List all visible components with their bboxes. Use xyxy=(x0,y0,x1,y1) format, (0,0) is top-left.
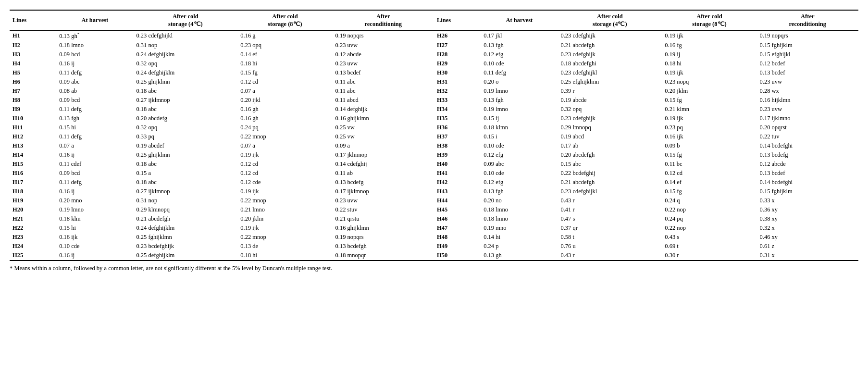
data-cell: 0.22 mnop xyxy=(237,132,332,141)
data-cell: 0.31 nop xyxy=(133,196,237,205)
line-id-cell: H38 xyxy=(434,141,481,150)
line-id-cell: H37 xyxy=(434,132,481,141)
data-cell: 0.21 klmn xyxy=(662,105,756,114)
data-cell: 0.09 abc xyxy=(56,77,133,87)
data-cell: 0.13 fgh xyxy=(481,41,558,50)
data-cell: 0.16 ij xyxy=(56,150,133,160)
data-cell: 0.23 cdefghijkl xyxy=(133,30,237,41)
data-cell: 0.13 bcdef xyxy=(333,68,434,77)
data-cell: 0.19 ijk xyxy=(237,224,332,233)
data-cell: 0.23 cdefghijk xyxy=(558,114,662,123)
data-cell: 0.12 efg xyxy=(481,150,558,160)
data-cell: 0.11 defg xyxy=(56,178,133,187)
data-cell: 0.15 i xyxy=(481,132,558,141)
line-id-cell: H35 xyxy=(434,114,481,123)
col-header-at-harvest-2: At harvest xyxy=(481,10,558,30)
line-id-cell: H34 xyxy=(434,105,481,114)
data-cell: 0.46 xy xyxy=(757,233,858,242)
table-row: H100.13 fgh0.20 abcdefg0.16 gh0.16 ghijk… xyxy=(10,114,858,123)
data-cell: 0.09 bcd xyxy=(56,96,133,105)
data-cell: 0.08 ab xyxy=(56,87,133,96)
data-cell: 0.22 mnop xyxy=(237,196,332,205)
data-cell: 0.12 abcde xyxy=(333,50,434,59)
data-cell: 0.10 cde xyxy=(481,141,558,150)
data-cell: 0.13 fgh xyxy=(481,96,558,105)
data-cell: 0.19 abcdef xyxy=(133,141,237,150)
data-cell: 0.12 efg xyxy=(481,178,558,187)
data-cell: 0.16 ijk xyxy=(662,132,756,141)
data-cell: 0.17 jklmnop xyxy=(333,150,434,160)
col-header-cold-8-2: After coldstorage (8℃) xyxy=(662,10,756,30)
data-cell: 0.41 r xyxy=(558,205,662,214)
line-id-cell: H9 xyxy=(10,105,56,114)
data-cell: 0.61 z xyxy=(757,242,858,251)
table-row: H10.13 gh*0.23 cdefghijkl0.16 g0.19 nopq… xyxy=(10,30,858,41)
data-cell: 0.15 fg xyxy=(237,68,332,77)
col-header-lines-1: Lines xyxy=(10,10,56,30)
data-cell: 0.20 no xyxy=(481,196,558,205)
table-row: H130.07 a0.19 abcdef0.07 a0.09 aH380.10 … xyxy=(10,141,858,150)
data-cell: 0.28 wx xyxy=(757,87,858,96)
data-cell: 0.19 lmno xyxy=(481,87,558,96)
line-id-cell: H23 xyxy=(10,233,56,242)
data-cell: 0.23 uvw xyxy=(757,77,858,87)
data-cell: 0.12 cd xyxy=(237,169,332,178)
data-cell: 0.31 nop xyxy=(133,41,237,50)
data-cell: 0.23 cdefghijkl xyxy=(558,68,662,77)
line-id-cell: H40 xyxy=(434,160,481,169)
table-row: H40.16 ij0.32 opq0.18 hi0.23 uvwH290.10 … xyxy=(10,59,858,68)
table-row: H140.16 ij0.25 ghijklmn0.19 ijk0.17 jklm… xyxy=(10,150,858,160)
data-cell: 0.16 ij xyxy=(56,187,133,196)
data-cell: 0.23 pq xyxy=(662,123,756,132)
data-cell: 0.10 cde xyxy=(56,242,133,251)
table-row: H160.09 bcd0.15 a0.12 cd0.11 abH410.10 c… xyxy=(10,169,858,178)
data-cell: 0.25 fghijklmn xyxy=(133,233,237,242)
data-cell: 0.22 bcdefghij xyxy=(558,169,662,178)
line-id-cell: H31 xyxy=(434,77,481,87)
data-cell: 0.19 ijk xyxy=(237,150,332,160)
data-cell: 0.19 abcd xyxy=(558,132,662,141)
data-cell: 0.19 abcde xyxy=(558,96,662,105)
line-id-cell: H44 xyxy=(434,196,481,205)
data-cell: 0.19 ij xyxy=(662,50,756,59)
line-id-cell: H21 xyxy=(10,214,56,224)
data-cell: 0.25 vw xyxy=(333,132,434,141)
line-id-cell: H4 xyxy=(10,59,56,68)
data-cell: 0.09 b xyxy=(662,141,756,150)
data-cell: 0.20 opqrst xyxy=(757,123,858,132)
line-id-cell: H10 xyxy=(10,114,56,123)
data-cell: 0.16 ij xyxy=(56,59,133,68)
line-id-cell: H13 xyxy=(10,141,56,150)
data-cell: 0.37 qr xyxy=(558,224,662,233)
data-cell: 0.17 ijklmno xyxy=(757,114,858,123)
data-cell: 0.16 gh xyxy=(237,114,332,123)
line-id-cell: H47 xyxy=(434,224,481,233)
col-header-cold-4-2: After coldstorage (4℃) xyxy=(558,10,662,30)
line-id-cell: H26 xyxy=(434,30,481,41)
data-cell: 0.11 abc xyxy=(333,87,434,96)
line-id-cell: H19 xyxy=(10,196,56,205)
table-row: H50.11 defg0.24 defghijklm0.15 fg0.13 bc… xyxy=(10,68,858,77)
table-row: H180.16 ij0.27 ijklmnop0.19 ijk0.17 ijkl… xyxy=(10,187,858,196)
data-cell: 0.09 abc xyxy=(481,160,558,169)
col-header-cold-4-1: After coldstorage (4℃) xyxy=(133,10,237,30)
table-row: H20.18 lmno0.31 nop0.23 opq0.23 uvwH270.… xyxy=(10,41,858,50)
data-cell: 0.13 fgh xyxy=(56,114,133,123)
data-cell: 0.12 cde xyxy=(237,178,332,187)
data-cell: 0.18 lmno xyxy=(481,205,558,214)
data-cell: 0.17 ab xyxy=(558,141,662,150)
data-cell: 0.15 fg xyxy=(662,187,756,196)
data-cell: 0.15 fg xyxy=(662,96,756,105)
data-cell: 0.17 ijklmnop xyxy=(333,187,434,196)
col-header-lines-2: Lines xyxy=(434,10,481,30)
data-cell: 0.43 s xyxy=(662,233,756,242)
data-cell: 0.24 q xyxy=(662,196,756,205)
line-id-cell: H30 xyxy=(434,68,481,77)
data-cell: 0.18 abc xyxy=(133,160,237,169)
col-header-at-harvest-1: At harvest xyxy=(56,10,133,30)
line-id-cell: H33 xyxy=(434,96,481,105)
line-id-cell: H5 xyxy=(10,68,56,77)
data-cell: 0.12 cd xyxy=(237,77,332,87)
data-cell: 0.11 defg xyxy=(56,105,133,114)
data-cell: 0.27 ijklmnop xyxy=(133,96,237,105)
